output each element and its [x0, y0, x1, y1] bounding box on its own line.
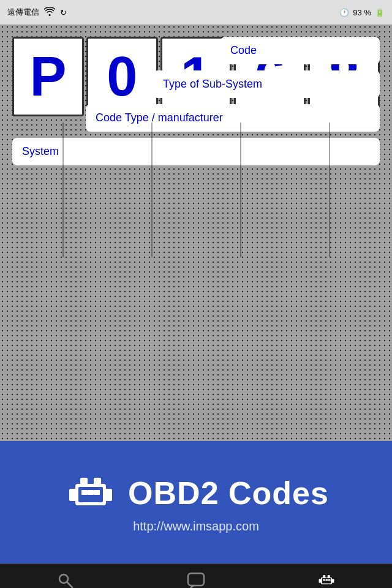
svg-rect-3 [80, 478, 88, 486]
vline-4 [329, 123, 330, 257]
clock-icon: 🕐 [339, 8, 349, 17]
refresh-icon: ↻ [60, 8, 67, 17]
banner-top: OBD2 Codes [63, 472, 329, 514]
svg-rect-4 [94, 478, 101, 486]
code-row: Code [12, 37, 380, 64]
svg-rect-7 [81, 490, 88, 495]
vertical-lines [0, 123, 392, 257]
search-icon [57, 572, 74, 588]
svg-rect-17 [323, 575, 326, 578]
banner-title: OBD2 Codes [128, 475, 329, 511]
main-content: P 0 1 6 8 Code Type of Sub-System Code T… [0, 24, 392, 441]
battery-label: 93 % [353, 8, 371, 17]
vline-3 [240, 123, 241, 257]
svg-rect-19 [322, 578, 331, 584]
svg-rect-18 [328, 575, 330, 578]
svg-rect-2 [104, 489, 112, 501]
svg-line-11 [67, 582, 72, 588]
svg-rect-15 [319, 579, 322, 582]
carrier-label: 遠傳電信 [7, 7, 39, 18]
svg-rect-12 [188, 573, 204, 586]
bottom-banner: OBD2 Codes http://www.imsapp.com [0, 441, 392, 564]
svg-rect-9 [88, 490, 94, 495]
wifi-icon [44, 7, 55, 18]
obd-icon [63, 472, 118, 514]
svg-rect-21 [326, 579, 328, 581]
tab-help[interactable]: Help [130, 564, 261, 588]
tab-dtc[interactable]: DTC [0, 564, 130, 588]
chat-icon [187, 572, 205, 588]
svg-rect-22 [328, 579, 331, 581]
tab-about[interactable]: About [262, 564, 392, 588]
svg-rect-20 [323, 579, 326, 581]
svg-rect-1 [69, 489, 78, 501]
battery-icon: 🔋 [375, 8, 385, 17]
subsystem-field: Type of Sub-System [153, 70, 380, 98]
vline-1 [62, 123, 64, 257]
svg-rect-16 [331, 579, 334, 582]
status-bar: 遠傳電信 ↻ 🕐 93 % 🔋 [0, 0, 392, 24]
subsystem-label: Type of Sub-System [163, 78, 262, 90]
codetype-label: Code Type / manufacturer [96, 111, 223, 124]
vline-2 [151, 123, 153, 257]
code-field: Code [221, 37, 380, 64]
tab-bar: DTC Help About [0, 564, 392, 588]
svg-rect-8 [94, 490, 100, 495]
code-label: Code [230, 44, 257, 56]
obd-tab-icon [317, 572, 336, 588]
banner-url: http://www.imsapp.com [133, 519, 259, 533]
svg-rect-5 [83, 505, 99, 511]
subsystem-row: Type of Sub-System [12, 70, 380, 98]
